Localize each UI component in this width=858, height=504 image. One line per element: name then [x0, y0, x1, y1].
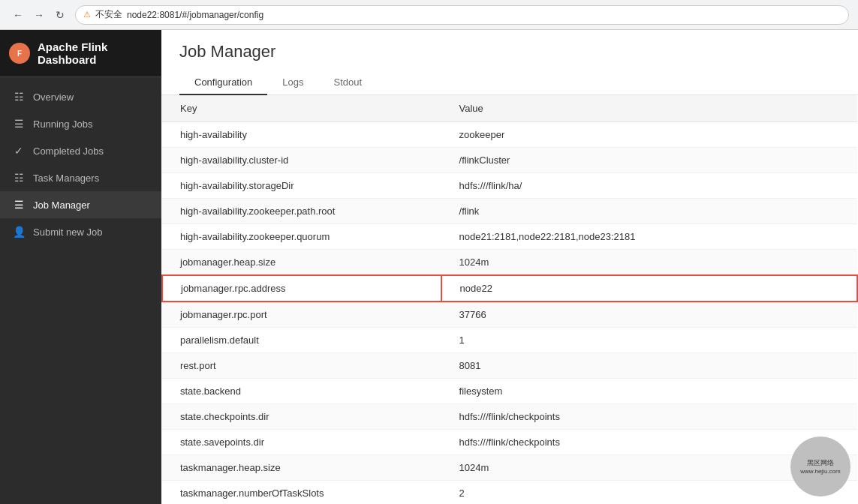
browser-chrome: ← → ↻ ⚠ 不安全 node22:8081/#/jobmanager/con…: [0, 0, 858, 30]
sidebar-item-submit-new-job[interactable]: 👤 Submit new Job: [0, 218, 161, 245]
table-row: state.backendfilesystem: [162, 379, 857, 404]
table-row: high-availability.zookeeper.path.root/fl…: [162, 199, 857, 224]
sidebar-item-overview[interactable]: ☷ Overview: [0, 83, 161, 110]
cell-key: high-availability.zookeeper.path.root: [162, 199, 441, 224]
cell-key: state.backend: [162, 379, 441, 404]
sidebar-item-label: Submit new Job: [33, 226, 103, 238]
sidebar-title: Apache Flink Dashboard: [38, 40, 152, 66]
table-row: jobmanager.rpc.addressnode22: [162, 275, 857, 302]
cell-value: 1: [441, 328, 857, 353]
cell-value: 37766: [441, 302, 857, 328]
cell-key: taskmanager.numberOfTaskSlots: [162, 481, 441, 505]
forward-button[interactable]: →: [30, 6, 48, 24]
cell-value: /flinkCluster: [441, 148, 857, 173]
task-managers-icon: ☷: [12, 172, 26, 184]
cell-value: 8081: [441, 353, 857, 379]
cell-key: jobmanager.rpc.port: [162, 302, 441, 328]
tab-logs[interactable]: Logs: [267, 70, 318, 95]
table-row: taskmanager.heap.size1024m: [162, 455, 857, 481]
main-content: Job Manager Configuration Logs Stdout Ke…: [161, 30, 858, 504]
table-row: taskmanager.numberOfTaskSlots2: [162, 481, 857, 505]
table-row: jobmanager.rpc.port37766: [162, 302, 857, 328]
sidebar-item-label: Completed Jobs: [33, 146, 104, 157]
sidebar-item-running-jobs[interactable]: ☰ Running Jobs: [0, 110, 161, 137]
cell-value: node21:2181,node22:2181,node23:2181: [441, 224, 857, 250]
table-row: parallelism.default1: [162, 328, 857, 353]
cell-key: state.checkpoints.dir: [162, 404, 441, 430]
cell-key: jobmanager.heap.size: [162, 250, 441, 276]
col-value: Value: [441, 95, 857, 122]
job-manager-icon: ☰: [12, 199, 26, 211]
app-container: F Apache Flink Dashboard ☷ Overview ☰ Ru…: [0, 30, 858, 504]
cell-value: hdfs:///flink/checkpoints: [441, 404, 857, 430]
sidebar-item-label: Running Jobs: [33, 118, 93, 130]
sidebar-item-completed-jobs[interactable]: ✓ Completed Jobs: [0, 137, 161, 164]
table-row: jobmanager.heap.size1024m: [162, 250, 857, 276]
sidebar-item-label: Job Manager: [33, 200, 90, 211]
page-header: Job Manager Configuration Logs Stdout: [161, 30, 858, 95]
table-row: rest.port8081: [162, 353, 857, 379]
back-button[interactable]: ←: [9, 6, 27, 24]
cell-value: /flink: [441, 199, 857, 224]
cell-key: taskmanager.heap.size: [162, 455, 441, 481]
cell-key: high-availability: [162, 122, 441, 148]
cell-value: 1024m: [441, 250, 857, 276]
running-jobs-icon: ☰: [12, 118, 26, 130]
tab-stdout[interactable]: Stdout: [319, 70, 378, 95]
cell-key: state.savepoints.dir: [162, 430, 441, 455]
cell-key: jobmanager.rpc.address: [162, 275, 441, 302]
security-icon: ⚠: [83, 10, 91, 20]
col-key: Key: [162, 95, 441, 122]
table-row: high-availability.cluster-id/flinkCluste…: [162, 148, 857, 173]
watermark-label: 黑区网络: [807, 458, 834, 468]
sidebar-item-label: Overview: [33, 92, 74, 103]
cell-value: 2: [441, 481, 857, 505]
sidebar-nav: ☷ Overview ☰ Running Jobs ✓ Completed Jo…: [0, 77, 161, 504]
cell-value: zookeeper: [441, 122, 857, 148]
submit-job-icon: 👤: [12, 226, 26, 238]
table-row: state.savepoints.dirhdfs:///flink/checkp…: [162, 430, 857, 455]
address-bar[interactable]: ⚠ 不安全 node22:8081/#/jobmanager/config: [75, 5, 849, 25]
page-title: Job Manager: [179, 42, 840, 62]
table-row: high-availability.zookeeper.quorumnode21…: [162, 224, 857, 250]
completed-jobs-icon: ✓: [12, 145, 26, 157]
cell-value: node22: [441, 275, 857, 302]
cell-value: filesystem: [441, 379, 857, 404]
cell-key: high-availability.zookeeper.quorum: [162, 224, 441, 250]
cell-value: hdfs:///flink/ha/: [441, 173, 857, 199]
security-label: 不安全: [95, 8, 122, 21]
tab-configuration[interactable]: Configuration: [179, 70, 267, 95]
cell-key: high-availability.cluster-id: [162, 148, 441, 173]
table-header-row: Key Value: [162, 95, 857, 122]
reload-button[interactable]: ↻: [51, 6, 69, 24]
cell-key: rest.port: [162, 353, 441, 379]
config-table: Key Value high-availabilityzookeeperhigh…: [161, 95, 858, 504]
sidebar-item-task-managers[interactable]: ☷ Task Managers: [0, 164, 161, 191]
sidebar: F Apache Flink Dashboard ☷ Overview ☰ Ru…: [0, 30, 161, 504]
tabs: Configuration Logs Stdout: [179, 70, 840, 94]
sidebar-logo: F: [9, 43, 30, 64]
nav-buttons: ← → ↻: [9, 6, 69, 24]
watermark: 黑区网络 www.hejiu.com: [790, 436, 850, 496]
cell-key: parallelism.default: [162, 328, 441, 353]
table-row: high-availability.storageDirhdfs:///flin…: [162, 173, 857, 199]
address-text: node22:8081/#/jobmanager/config: [127, 10, 263, 20]
sidebar-item-label: Task Managers: [33, 172, 99, 184]
overview-icon: ☷: [12, 91, 26, 103]
watermark-site: www.hejiu.com: [800, 468, 840, 475]
cell-key: high-availability.storageDir: [162, 173, 441, 199]
table-row: high-availabilityzookeeper: [162, 122, 857, 148]
table-row: state.checkpoints.dirhdfs:///flink/check…: [162, 404, 857, 430]
sidebar-header: F Apache Flink Dashboard: [0, 30, 161, 77]
sidebar-item-job-manager[interactable]: ☰ Job Manager: [0, 191, 161, 218]
